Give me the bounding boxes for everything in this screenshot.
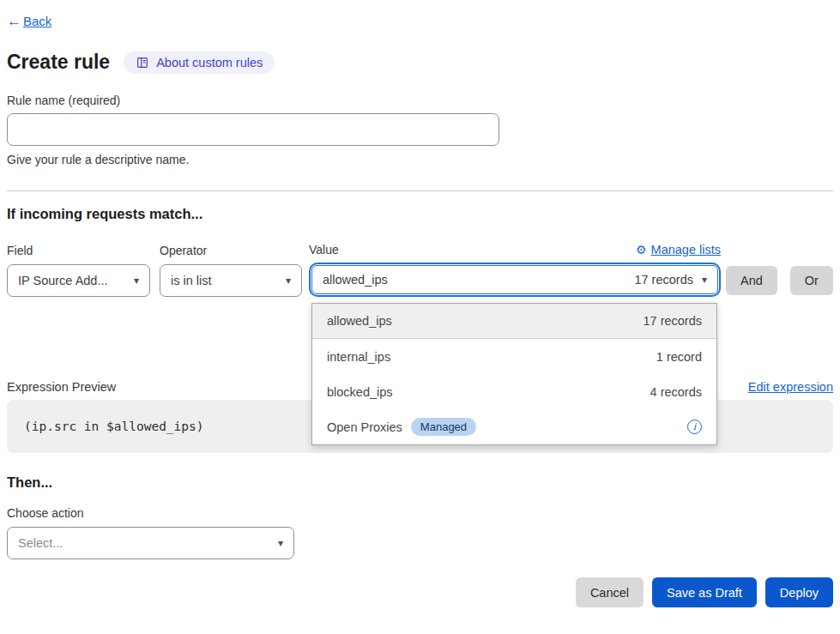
value-column: Value ⚙ Manage lists allowed_ips 17 reco… <box>309 243 721 297</box>
action-select[interactable]: Select... ▾ <box>7 527 294 559</box>
value-label: Value <box>309 243 339 257</box>
section-divider <box>7 190 833 191</box>
back-link[interactable]: ←Back <box>7 14 51 28</box>
list-dropdown-menu: allowed_ips 17 records internal_ips 1 re… <box>311 303 717 445</box>
operator-label: Operator <box>160 244 302 257</box>
managed-badge: Managed <box>411 418 476 436</box>
value-select-records: 17 records <box>634 273 693 287</box>
value-select-selected: allowed_ips <box>323 273 388 287</box>
rule-name-input[interactable] <box>7 113 499 146</box>
value-select-focus-ring: allowed_ips 17 records ▾ <box>309 263 721 297</box>
value-select[interactable]: allowed_ips 17 records ▾ <box>311 265 718 294</box>
chevron-down-icon: ▾ <box>702 274 707 286</box>
rule-name-label: Rule name (required) <box>7 94 833 107</box>
expression-code: (ip.src in $allowed_ips) <box>24 420 204 433</box>
list-item-internal-ips[interactable]: internal_ips 1 record <box>312 339 716 374</box>
list-item-records: 17 records <box>643 314 702 328</box>
choose-action-label: Choose action <box>7 506 833 520</box>
list-item-records: 1 record <box>656 350 702 364</box>
list-item-blocked-ips[interactable]: blocked_ips 4 records <box>312 374 716 409</box>
field-select-value: IP Source Add... <box>18 274 108 287</box>
edit-expression-link[interactable]: Edit expression <box>748 380 833 394</box>
page-title: Create rule <box>7 51 110 74</box>
about-custom-rules-label: About custom rules <box>156 56 263 69</box>
back-link-label: Back <box>23 14 51 28</box>
action-select-placeholder: Select... <box>18 536 63 550</box>
value-select-right: 17 records ▾ <box>634 273 707 287</box>
operator-select-value: is in list <box>171 274 212 287</box>
list-item-name: allowed_ips <box>327 314 392 328</box>
field-select[interactable]: IP Source Add... ▾ <box>7 264 150 297</box>
info-icon[interactable]: i <box>687 420 702 434</box>
list-item-name: blocked_ips <box>327 385 393 399</box>
list-item-name: Open Proxies <box>327 420 402 434</box>
gear-icon: ⚙ <box>636 244 647 256</box>
and-button[interactable]: And <box>726 266 777 295</box>
manage-lists-label: Manage lists <box>651 243 721 257</box>
field-label: Field <box>7 244 150 257</box>
deploy-button[interactable]: Deploy <box>765 577 833 607</box>
save-as-draft-button[interactable]: Save as Draft <box>652 577 757 607</box>
field-column: Field IP Source Add... ▾ <box>7 244 150 297</box>
back-arrow-icon: ← <box>7 14 21 28</box>
operator-select[interactable]: is in list ▾ <box>160 264 302 297</box>
then-section-heading: Then... <box>7 474 833 491</box>
list-item-name: internal_ips <box>327 350 390 364</box>
list-item-allowed-ips[interactable]: allowed_ips 17 records <box>312 304 716 339</box>
about-custom-rules-link[interactable]: About custom rules <box>124 51 275 74</box>
cancel-button[interactable]: Cancel <box>576 577 644 607</box>
manage-lists-link[interactable]: ⚙ Manage lists <box>636 243 721 257</box>
value-header: Value ⚙ Manage lists <box>309 243 721 257</box>
list-item-left: Open Proxies Managed <box>327 418 476 436</box>
chevron-down-icon: ▾ <box>286 275 291 287</box>
match-condition-row: Field IP Source Add... ▾ Operator is in … <box>7 243 833 297</box>
list-item-open-proxies[interactable]: Open Proxies Managed i <box>312 409 716 444</box>
operator-column: Operator is in list ▾ <box>160 244 302 297</box>
list-item-records: 4 records <box>650 385 702 399</box>
chevron-down-icon: ▾ <box>134 275 139 287</box>
expression-preview-label: Expression Preview <box>7 380 116 394</box>
chevron-down-icon: ▾ <box>278 537 283 549</box>
create-rule-page: ←Back Create rule About custom rules Rul… <box>0 0 840 607</box>
book-icon <box>136 56 149 69</box>
title-row: Create rule About custom rules <box>7 51 833 74</box>
rule-name-helper: Give your rule a descriptive name. <box>7 153 833 166</box>
footer-actions: Cancel Save as Draft Deploy <box>7 577 833 607</box>
match-section-heading: If incoming requests match... <box>7 206 833 222</box>
or-button[interactable]: Or <box>790 266 833 295</box>
